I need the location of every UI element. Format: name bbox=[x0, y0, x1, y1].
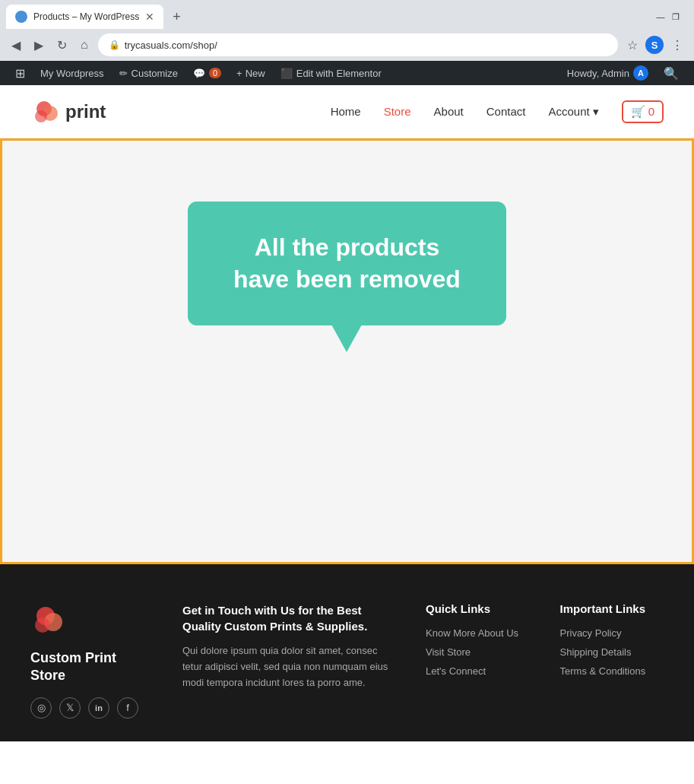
nav-account-label: Account bbox=[548, 105, 589, 118]
nav-account[interactable]: Account ▾ bbox=[548, 105, 598, 119]
footer-brand-name: Custom Print Store bbox=[30, 649, 152, 685]
account-chevron-icon: ▾ bbox=[593, 105, 599, 119]
svg-point-5 bbox=[35, 617, 50, 633]
wp-edit[interactable]: ⬛ Edit with Elementor bbox=[273, 61, 389, 85]
wp-comments[interactable]: 💬 0 bbox=[185, 61, 229, 85]
site-header: print Home Store About Contact Account ▾… bbox=[0, 85, 694, 138]
site-footer: Custom Print Store ◎ 𝕏 in f Get in Touch… bbox=[0, 564, 694, 741]
quick-link-0[interactable]: Know More About Us bbox=[426, 627, 530, 639]
wp-customize-icon: ✏ bbox=[119, 68, 128, 79]
tab-close-btn[interactable]: ✕ bbox=[145, 11, 154, 23]
wp-new[interactable]: + New bbox=[229, 61, 273, 85]
nav-right-icons: ☆ S ⋮ bbox=[624, 36, 686, 54]
important-link-0[interactable]: Privacy Policy bbox=[560, 627, 664, 639]
important-link-2[interactable]: Terms & Conditions bbox=[560, 665, 664, 677]
footer-logo-icon bbox=[30, 602, 67, 639]
browser-menu-icon[interactable]: ⋮ bbox=[668, 37, 686, 54]
lock-icon: 🔒 bbox=[109, 40, 120, 50]
refresh-button[interactable]: ↻ bbox=[53, 37, 71, 54]
comments-count: 0 bbox=[209, 68, 221, 78]
wp-admin-bar: ⊞ My Wordpress ✏ Customize 💬 0 + New ⬛ E… bbox=[0, 61, 694, 85]
social-icons: ◎ 𝕏 in f bbox=[30, 697, 152, 719]
footer-contact-text: Qui dolore ipsum quia dolor sit amet, co… bbox=[182, 643, 395, 690]
wp-customize-label: Customize bbox=[132, 68, 178, 79]
minimize-button[interactable]: — bbox=[654, 11, 667, 23]
cart-button[interactable]: 🛒 0 bbox=[622, 100, 664, 123]
quick-link-2[interactable]: Let's Connect bbox=[426, 665, 530, 677]
maximize-button[interactable]: ❐ bbox=[670, 11, 682, 23]
wp-search-icon[interactable]: 🔍 bbox=[656, 66, 686, 81]
footer-important-links: Important Links Privacy Policy Shipping … bbox=[560, 602, 664, 719]
back-button[interactable]: ◀ bbox=[8, 37, 24, 54]
footer-quick-links: Quick Links Know More About Us Visit Sto… bbox=[426, 602, 530, 719]
new-tab-button[interactable]: + bbox=[166, 6, 187, 28]
wp-customize[interactable]: ✏ Customize bbox=[112, 61, 185, 85]
new-plus-icon: + bbox=[236, 68, 242, 79]
nav-home[interactable]: Home bbox=[331, 105, 361, 118]
cart-count: 0 bbox=[648, 105, 654, 118]
nav-about[interactable]: About bbox=[434, 105, 464, 118]
tab-favicon bbox=[15, 11, 27, 23]
bookmark-icon[interactable]: ☆ bbox=[624, 37, 641, 54]
linkedin-icon[interactable]: in bbox=[88, 697, 109, 719]
wp-admin-avatar: A bbox=[633, 65, 648, 81]
forward-button[interactable]: ▶ bbox=[30, 37, 47, 54]
home-button[interactable]: ⌂ bbox=[77, 37, 92, 53]
footer-brand: Custom Print Store ◎ 𝕏 in f bbox=[30, 602, 152, 719]
site-logo[interactable]: print bbox=[30, 97, 106, 127]
main-content: All the products have been removed bbox=[0, 138, 694, 564]
wp-howdy-label: Howdy, Admin bbox=[567, 68, 629, 79]
wp-howdy[interactable]: Howdy, Admin A bbox=[559, 65, 656, 81]
speech-bubble: All the products have been removed bbox=[188, 202, 506, 325]
elementor-icon: ⬛ bbox=[280, 68, 293, 79]
tab-title: Products – My WordPress bbox=[33, 11, 139, 22]
user-avatar[interactable]: S bbox=[645, 36, 664, 54]
browser-chrome: Products – My WordPress ✕ + — ❐ ◀ ▶ ↻ ⌂ … bbox=[0, 0, 694, 61]
footer-contact-title: Get in Touch with Us for the Best Qualit… bbox=[182, 602, 395, 634]
nav-contact[interactable]: Contact bbox=[486, 105, 526, 118]
url-text: trycasuals.com/shop/ bbox=[125, 40, 217, 51]
wp-admin-right: Howdy, Admin A 🔍 bbox=[559, 65, 686, 81]
wp-logo-icon: ⊞ bbox=[15, 66, 25, 81]
svg-point-2 bbox=[35, 110, 47, 122]
facebook-icon[interactable]: f bbox=[117, 697, 138, 719]
wp-new-label: New bbox=[246, 68, 265, 79]
wp-my-wordpress[interactable]: My Wordpress bbox=[33, 61, 112, 85]
wp-edit-label: Edit with Elementor bbox=[296, 68, 382, 79]
nav-store[interactable]: Store bbox=[384, 105, 411, 118]
important-links-title: Important Links bbox=[560, 602, 664, 615]
comments-icon: 💬 bbox=[193, 68, 205, 79]
wp-my-wordpress-label: My Wordpress bbox=[40, 68, 104, 79]
nav-bar: ◀ ▶ ↻ ⌂ 🔒 trycasuals.com/shop/ ☆ S ⋮ bbox=[0, 29, 694, 61]
quick-link-1[interactable]: Visit Store bbox=[426, 646, 530, 658]
footer-contact: Get in Touch with Us for the Best Qualit… bbox=[182, 602, 395, 719]
active-tab[interactable]: Products – My WordPress ✕ bbox=[6, 5, 163, 29]
bubble-line2: have been removed bbox=[233, 265, 461, 293]
twitter-icon[interactable]: 𝕏 bbox=[59, 697, 81, 719]
quick-links-title: Quick Links bbox=[426, 602, 530, 615]
window-controls: — ❐ bbox=[654, 11, 688, 23]
bubble-line1: All the products bbox=[255, 233, 440, 261]
important-link-1[interactable]: Shipping Details bbox=[560, 646, 664, 658]
address-bar[interactable]: 🔒 trycasuals.com/shop/ bbox=[98, 33, 618, 56]
cart-icon: 🛒 bbox=[631, 105, 645, 119]
bubble-text: All the products have been removed bbox=[233, 232, 461, 295]
instagram-icon[interactable]: ◎ bbox=[30, 697, 52, 719]
wp-logo-item[interactable]: ⊞ bbox=[8, 61, 33, 85]
site-nav: Home Store About Contact Account ▾ 🛒 0 bbox=[331, 100, 664, 123]
logo-icon bbox=[30, 97, 61, 127]
logo-text: print bbox=[65, 101, 106, 122]
tab-bar: Products – My WordPress ✕ + — ❐ bbox=[0, 0, 694, 29]
